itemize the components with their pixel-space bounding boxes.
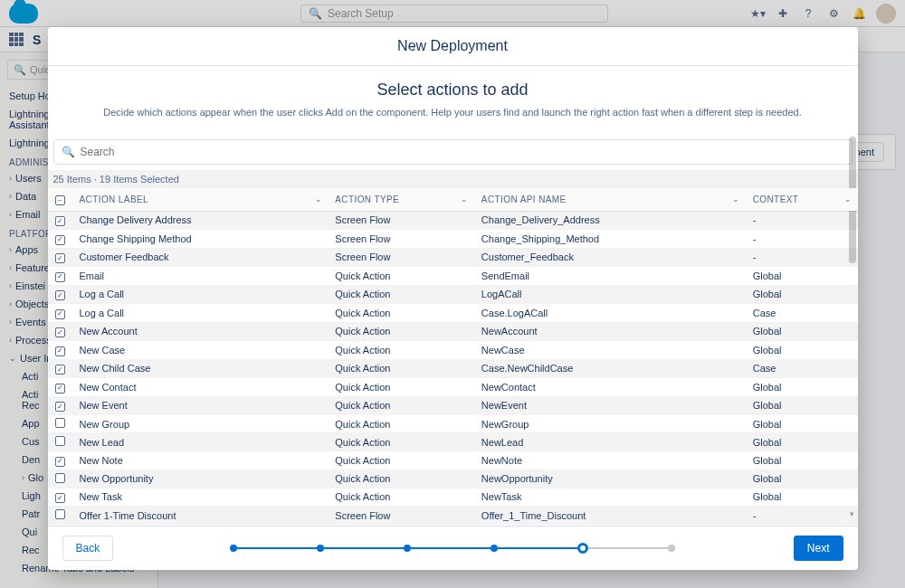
step-line (237, 547, 317, 549)
sort-icon: ⌄ (844, 194, 852, 204)
row-checkbox-cell[interactable] (48, 507, 72, 525)
row-checkbox-cell[interactable]: ✓ (48, 322, 72, 341)
row-checkbox[interactable]: ✓ (55, 402, 65, 412)
cell-type: Quick Action (328, 285, 474, 304)
row-checkbox[interactable]: ✓ (55, 365, 65, 375)
cell-type: Quick Action (328, 267, 474, 286)
table-row[interactable]: ✓Change Delivery AddressScreen FlowChang… (48, 211, 858, 230)
table-row[interactable]: ✓EmailQuick ActionSendEmailGlobal (48, 267, 858, 286)
table-row[interactable]: ✓New AccountQuick ActionNewAccountGlobal (48, 322, 858, 341)
cell-type: Quick Action (328, 415, 474, 433)
cell-api: NewTask (474, 488, 746, 507)
table-row[interactable]: ✓New EventQuick ActionNewEventGlobal (48, 396, 858, 415)
table-row[interactable]: ✓New Child CaseQuick ActionCase.NewChild… (48, 359, 858, 378)
row-checkbox[interactable]: ✓ (55, 346, 65, 356)
cell-label: New Account (72, 322, 329, 341)
cell-context: - (746, 507, 858, 525)
table-row[interactable]: ✓Customer FeedbackScreen FlowCustomer_Fe… (48, 248, 858, 267)
row-checkbox[interactable] (55, 418, 65, 428)
row-checkbox-cell[interactable]: ✓ (48, 211, 72, 230)
cell-label: Log a Call (72, 285, 329, 304)
row-checkbox-cell[interactable] (48, 433, 72, 451)
cell-api: Customer_Feedback (474, 248, 746, 267)
table-row[interactable]: ✓Log a CallQuick ActionCase.LogACallCase (48, 304, 858, 323)
row-checkbox[interactable]: ✓ (55, 216, 65, 226)
row-checkbox[interactable] (55, 473, 65, 483)
col-context[interactable]: CONTEXT⌄ (746, 188, 858, 211)
table-row[interactable]: Offer 1-Time DiscountScreen FlowOffer_1_… (48, 507, 858, 525)
row-checkbox[interactable]: ✓ (55, 290, 65, 300)
action-search-input[interactable] (81, 146, 844, 158)
row-checkbox[interactable]: ✓ (55, 309, 65, 319)
progress-stepper (230, 543, 675, 554)
actions-table: – ACTION LABEL⌄ ACTION TYPE⌄ ACTION API … (48, 188, 858, 526)
table-row[interactable]: ✓New NoteQuick ActionNewNoteGlobal (48, 451, 858, 470)
row-checkbox-cell[interactable]: ✓ (48, 267, 72, 286)
row-checkbox-cell[interactable]: ✓ (48, 285, 72, 304)
row-checkbox[interactable]: ✓ (55, 235, 65, 245)
table-row[interactable]: New OpportunityQuick ActionNewOpportunit… (48, 469, 858, 488)
cell-api: Case.LogACall (474, 304, 746, 323)
table-row[interactable]: New GroupQuick ActionNewGroupGlobal (48, 415, 858, 433)
table-row[interactable]: New LeadQuick ActionNewLeadGlobal (48, 433, 858, 451)
table-row[interactable]: ✓Change Shipping MethodScreen FlowChange… (48, 230, 858, 249)
row-checkbox-cell[interactable]: ✓ (48, 359, 72, 378)
action-search[interactable]: 🔍 (53, 139, 853, 165)
row-checkbox-cell[interactable] (48, 415, 72, 433)
row-checkbox-cell[interactable]: ✓ (48, 341, 72, 360)
cell-context: Global (746, 396, 858, 415)
row-checkbox-cell[interactable]: ✓ (48, 451, 72, 470)
cell-context: Global (746, 341, 858, 360)
select-all-header[interactable]: – (48, 188, 72, 211)
table-row[interactable]: ✓New TaskQuick ActionNewTaskGlobal (48, 488, 858, 507)
row-checkbox-cell[interactable] (48, 469, 72, 488)
select-all-checkbox[interactable]: – (55, 195, 65, 205)
cell-context: Global (746, 415, 858, 433)
row-checkbox-cell[interactable]: ✓ (48, 396, 72, 415)
item-count: 25 Items · 19 Items Selected (48, 170, 858, 188)
col-action-type[interactable]: ACTION TYPE⌄ (328, 188, 474, 211)
cell-type: Quick Action (328, 359, 474, 378)
modal-footer: Back Next (48, 526, 858, 570)
cell-label: New Opportunity (72, 469, 329, 488)
row-checkbox-cell[interactable]: ✓ (48, 230, 72, 249)
cell-context: - (746, 230, 858, 249)
cell-type: Quick Action (328, 378, 474, 397)
cell-label: New Case (72, 341, 329, 360)
modal-title: New Deployment (62, 38, 843, 54)
next-button[interactable]: Next (794, 536, 843, 561)
table-row[interactable]: ✓Log a CallQuick ActionLogACallGlobal (48, 285, 858, 304)
row-checkbox[interactable] (55, 509, 65, 519)
cell-context: Global (746, 451, 858, 470)
row-checkbox[interactable]: ✓ (55, 327, 65, 337)
row-checkbox[interactable]: ✓ (55, 493, 65, 503)
modal-overlay: New Deployment ✕ ▾ Select actions to add… (0, 0, 905, 588)
col-action-api[interactable]: ACTION API NAME⌄ (474, 188, 746, 211)
cell-api: NewCase (474, 341, 746, 360)
scroll-down-icon[interactable]: ▾ (849, 509, 856, 518)
cell-label: Email (72, 267, 329, 286)
row-checkbox[interactable]: ✓ (55, 272, 65, 282)
cell-label: New Note (72, 451, 329, 470)
table-row[interactable]: ✓New CaseQuick ActionNewCaseGlobal (48, 341, 858, 360)
row-checkbox-cell[interactable]: ✓ (48, 378, 72, 397)
row-checkbox[interactable]: ✓ (55, 384, 65, 394)
col-action-label[interactable]: ACTION LABEL⌄ (72, 188, 329, 211)
close-icon[interactable]: ✕ (829, 36, 847, 54)
cell-type: Screen Flow (328, 211, 474, 230)
cell-context: Global (746, 285, 858, 304)
row-checkbox[interactable]: ✓ (55, 457, 65, 467)
row-checkbox-cell[interactable]: ✓ (48, 488, 72, 507)
row-checkbox-cell[interactable]: ✓ (48, 304, 72, 323)
row-checkbox-cell[interactable]: ✓ (48, 248, 72, 267)
cell-label: Offer 1-Time Discount (72, 507, 329, 525)
row-checkbox[interactable]: ✓ (55, 253, 65, 263)
row-checkbox[interactable] (55, 436, 65, 446)
table-row[interactable]: ✓New ContactQuick ActionNewContactGlobal (48, 378, 858, 397)
cell-context: Case (746, 304, 858, 323)
sort-icon: ⌄ (732, 194, 739, 204)
cell-context: Global (746, 469, 858, 488)
sort-icon: ⌄ (461, 194, 468, 204)
cell-type: Quick Action (328, 396, 474, 415)
back-button[interactable]: Back (62, 536, 114, 561)
